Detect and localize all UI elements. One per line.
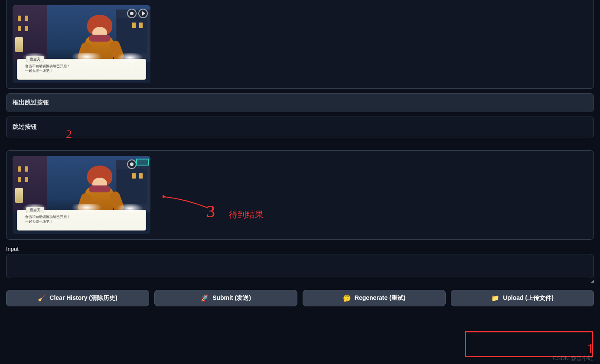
- chat-message-image-1: 曹志亮 合击和自动切换功能已开启！ 一起大战一场吧！: [6, 0, 594, 89]
- chat-message-user: 框出跳过按钮: [6, 93, 594, 112]
- chat-message-assistant: 跳过按钮: [6, 117, 594, 137]
- regenerate-button-label: Regenerate (重试): [355, 294, 405, 302]
- detection-highlight-box: [136, 159, 149, 166]
- rocket-icon: 🚀: [201, 294, 209, 302]
- upload-button[interactable]: 📁 Upload (上传文件): [451, 290, 594, 306]
- game-round-icon: [127, 9, 137, 18]
- thinking-icon: 🤔: [343, 294, 351, 302]
- upload-button-label: Upload (上传文件): [503, 294, 554, 302]
- user-message-text: 框出跳过按钮: [13, 99, 49, 106]
- input-textarea[interactable]: [6, 254, 594, 278]
- annotation-upload-highlight-box: [465, 331, 593, 357]
- game-round-icon: [127, 159, 137, 169]
- submit-button-label: Submit (发送): [212, 294, 251, 302]
- broom-icon: 🧹: [38, 294, 46, 302]
- chat-message-image-result: 曹志亮 合击和自动切换功能已开启！ 一起大战一场吧！: [6, 150, 594, 240]
- input-label: Input: [6, 246, 594, 252]
- game-dialog-text: 合击和自动切换功能已开启！ 一起大战一场吧！: [25, 64, 70, 73]
- clear-button-label: Clear History (清除历史): [49, 294, 117, 302]
- game-play-icon: [138, 9, 148, 18]
- game-dialog-text: 合击和自动切换功能已开启！ 一起大战一场吧！: [25, 214, 70, 224]
- game-dialog-name: 曹志亮: [26, 207, 44, 213]
- input-section: Input ◢: [6, 246, 594, 284]
- button-row: 🧹 Clear History (清除历史) 🚀 Submit (发送) 🤔 R…: [6, 290, 594, 306]
- submit-button[interactable]: 🚀 Submit (发送): [154, 290, 297, 306]
- game-dialog-name: 曹志亮: [26, 56, 44, 62]
- watermark-text: CSDN @曾小蛙: [553, 354, 593, 362]
- folder-icon: 📁: [491, 294, 499, 302]
- assistant-message-text: 跳过按钮: [13, 123, 37, 130]
- resize-handle-icon[interactable]: ◢: [6, 278, 594, 284]
- clear-history-button[interactable]: 🧹 Clear History (清除历史): [6, 290, 149, 306]
- regenerate-button[interactable]: 🤔 Regenerate (重试): [303, 290, 446, 306]
- image-thumbnail-result[interactable]: 曹志亮 合击和自动切换功能已开启！ 一起大战一场吧！: [13, 156, 150, 234]
- image-thumbnail-1[interactable]: 曹志亮 合击和自动切换功能已开启！ 一起大战一场吧！: [13, 5, 150, 83]
